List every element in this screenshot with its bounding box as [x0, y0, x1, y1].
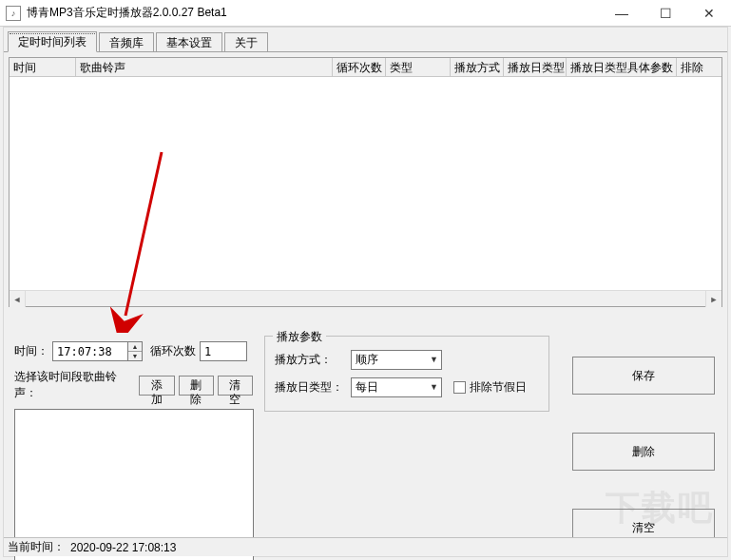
tab-schedule-list[interactable]: 定时时间列表: [8, 31, 97, 52]
tab-about[interactable]: 关于: [224, 32, 268, 51]
statusbar-time: 2020-09-22 17:08:13: [70, 541, 176, 554]
titlebar: ♪ 博青MP3音乐定时播放器2.0.0.27 Beta1 — ☐ ✕: [0, 0, 731, 27]
col-exclude[interactable]: 排除: [677, 58, 721, 76]
statusbar: 当前时间： 2020-09-22 17:08:13: [4, 537, 727, 556]
scroll-right-icon[interactable]: ►: [705, 291, 721, 307]
clear-button[interactable]: 清空: [218, 376, 253, 396]
statusbar-label: 当前时间：: [8, 539, 65, 555]
play-mode-combo[interactable]: 顺序: [351, 350, 442, 370]
select-songs-label: 选择该时间段歌曲铃声：: [14, 369, 135, 401]
client-area: 定时时间列表 音频库 基本设置 关于 时间 歌曲铃声 循环次数 类型 播放方式 …: [3, 27, 728, 557]
spinner-up-icon[interactable]: ▲: [128, 342, 142, 352]
play-day-label: 播放日类型：: [275, 379, 347, 396]
add-button[interactable]: 添加: [139, 376, 174, 396]
col-type[interactable]: 类型: [386, 58, 451, 76]
play-params-fieldset: 播放参数 播放方式： 顺序 播放日类型： 每日 排除节假日: [264, 336, 549, 412]
save-button[interactable]: 保存: [572, 357, 715, 395]
delete-right-button[interactable]: 删除: [572, 433, 715, 471]
loop-input[interactable]: [200, 341, 247, 361]
col-time[interactable]: 时间: [10, 58, 76, 76]
play-day-combo[interactable]: 每日: [351, 377, 442, 397]
minimize-button[interactable]: —: [600, 0, 644, 26]
scroll-left-icon[interactable]: ◄: [10, 291, 26, 307]
tab-audio-library[interactable]: 音频库: [99, 32, 154, 51]
grid-hscrollbar[interactable]: ◄ ►: [10, 290, 721, 306]
tab-settings[interactable]: 基本设置: [156, 32, 222, 51]
grid-header: 时间 歌曲铃声 循环次数 类型 播放方式 播放日类型 播放日类型具体参数 排除: [10, 58, 721, 77]
exclude-holiday-label: 排除节假日: [470, 379, 527, 396]
app-icon: ♪: [6, 6, 21, 21]
time-input[interactable]: [52, 341, 128, 361]
col-song[interactable]: 歌曲铃声: [76, 58, 333, 76]
schedule-grid[interactable]: 时间 歌曲铃声 循环次数 类型 播放方式 播放日类型 播放日类型具体参数 排除 …: [9, 57, 722, 307]
loop-label: 循环次数: [150, 343, 196, 359]
window-title: 博青MP3音乐定时播放器2.0.0.27 Beta1: [27, 5, 600, 21]
right-buttons: 保存 删除 清空: [572, 357, 715, 560]
col-mode[interactable]: 播放方式: [451, 58, 504, 76]
exclude-holiday-checkbox[interactable]: [453, 381, 466, 394]
form-area: 时间： ▲ ▼ 循环次数 选择该时间段歌曲铃声： 添加 删除 清空 播放参数: [9, 338, 722, 535]
time-spinner[interactable]: ▲ ▼: [128, 341, 143, 361]
spinner-down-icon[interactable]: ▼: [128, 352, 142, 360]
col-daytype[interactable]: 播放日类型: [504, 58, 567, 76]
left-column: 时间： ▲ ▼ 循环次数 选择该时间段歌曲铃声： 添加 删除 清空: [14, 341, 257, 560]
close-button[interactable]: ✕: [687, 0, 731, 26]
grid-body[interactable]: [10, 77, 721, 290]
tabstrip: 定时时间列表 音频库 基本设置 关于: [4, 31, 727, 52]
maximize-button[interactable]: ☐: [644, 0, 687, 26]
time-label: 时间：: [14, 343, 48, 359]
col-loop[interactable]: 循环次数: [333, 58, 386, 76]
play-params-legend: 播放参数: [273, 329, 326, 345]
play-mode-label: 播放方式：: [275, 352, 347, 368]
col-dayparam[interactable]: 播放日类型具体参数: [567, 58, 677, 76]
delete-button[interactable]: 删除: [179, 376, 214, 396]
